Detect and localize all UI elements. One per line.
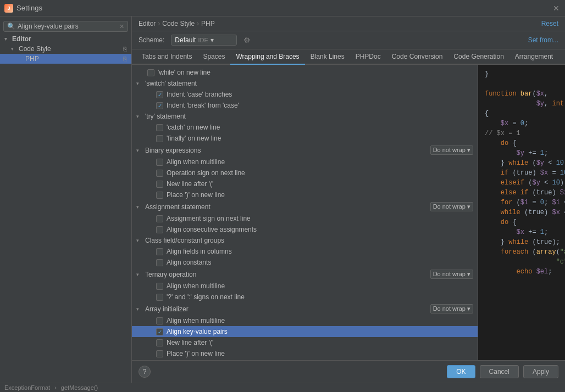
checkbox-align-constants[interactable]: [156, 259, 163, 266]
setting-ternary-signs-next-line[interactable]: '?' and ':' signs on next line: [132, 292, 478, 303]
close-button[interactable]: ✕: [552, 4, 561, 13]
setting-assign-sign-next-line[interactable]: Assignment sign on next line: [132, 213, 478, 224]
sidebar-item-code-style[interactable]: ▾ Code Style ⎘: [0, 44, 131, 54]
label-switch: 'switch' statement: [145, 80, 197, 87]
checkbox-binary-align-multiline[interactable]: [156, 159, 163, 166]
setting-binary-align-multiline[interactable]: Align when multiline: [132, 156, 478, 167]
tab-code-generation[interactable]: Code Generation: [448, 49, 509, 65]
gear-icon[interactable]: ⚙: [243, 36, 251, 44]
setting-finally-new-line[interactable]: 'finally' on new line: [132, 133, 478, 144]
checkbox-align-key-value[interactable]: ✓: [156, 328, 163, 335]
checkbox-while-new-line[interactable]: [147, 69, 154, 76]
setting-binary-new-line-after-paren[interactable]: New line after '(': [132, 178, 478, 189]
group-try-statement[interactable]: ▾ 'try' statement: [132, 111, 478, 122]
code-line: $x += 1;: [485, 227, 558, 237]
code-line: $y, int $z = 1): [485, 99, 558, 109]
checkbox-align-fields-columns[interactable]: [156, 248, 163, 255]
code-line: $y += 1;: [485, 148, 558, 158]
right-panel: Editor › Code Style › PHP Reset Scheme: …: [132, 16, 565, 383]
arrow-assignment: ▾: [136, 204, 143, 210]
label-catch-new-line: 'catch' on new line: [167, 124, 220, 131]
reset-button[interactable]: Reset: [541, 20, 558, 27]
setting-array-align-multiline[interactable]: Align when multiline: [132, 315, 478, 326]
sidebar-label-editor: Editor: [12, 35, 31, 43]
checkbox-finally-new-line[interactable]: [156, 135, 163, 142]
tab-code-conversion[interactable]: Code Conversion: [386, 49, 448, 65]
help-button[interactable]: ?: [139, 366, 151, 378]
dropdown-binary[interactable]: Do not wrap ▾: [430, 145, 473, 155]
tab-blank-lines[interactable]: Blank Lines: [305, 49, 350, 65]
group-assignment[interactable]: ▾ Assignment statement Do not wrap ▾: [132, 200, 478, 213]
copy-icon-php[interactable]: ⎘: [123, 55, 127, 62]
search-input[interactable]: [18, 23, 117, 30]
checkbox-op-sign[interactable]: [156, 170, 163, 177]
search-icon: 🔍: [7, 23, 15, 30]
setting-while-new-line[interactable]: 'while' on new line: [132, 67, 478, 78]
status-get-message: getMessage(): [61, 384, 98, 391]
scheme-dropdown[interactable]: Default IDE ▾: [171, 35, 237, 46]
checkbox-indent-break[interactable]: ✓: [156, 102, 163, 109]
code-line: {: [485, 109, 558, 119]
checkbox-align-consecutive[interactable]: [156, 226, 163, 233]
tab-wrapping-and-braces[interactable]: Wrapping and Braces: [230, 49, 304, 65]
dropdown-ternary[interactable]: Do not wrap ▾: [430, 270, 473, 279]
checkbox-ternary-align-multiline[interactable]: [156, 283, 163, 290]
group-binary-expr[interactable]: ▾ Binary expressions Do not wrap ▾: [132, 144, 478, 156]
app-icon: J: [4, 4, 13, 13]
label-binary: Binary expressions: [145, 147, 201, 154]
setting-align-consecutive-assignments[interactable]: Align consecutive assignments: [132, 224, 478, 235]
label-ternary-align-multiline: Align when multiline: [167, 282, 225, 290]
checkbox-binary-new-line-paren[interactable]: [156, 181, 163, 188]
setting-indent-case[interactable]: ✓ Indent 'case' branches: [132, 89, 478, 100]
tab-spaces[interactable]: Spaces: [197, 49, 230, 65]
tab-phpdoc[interactable]: PHPDoc: [350, 49, 386, 65]
checkbox-indent-case[interactable]: ✓: [156, 91, 163, 98]
checkbox-ternary-signs[interactable]: [156, 294, 163, 301]
sidebar-label-php: PHP: [25, 55, 39, 63]
arrow-ternary: ▾: [136, 272, 143, 277]
setting-array-new-line-after-paren[interactable]: New line after '(': [132, 337, 478, 348]
setting-op-sign-next-line[interactable]: Operation sign on next line: [132, 167, 478, 178]
status-sep: ›: [54, 384, 57, 391]
group-class-fields[interactable]: ▾ Class field/constant groups: [132, 235, 478, 246]
breadcrumb-bar: Editor › Code Style › PHP Reset: [132, 16, 565, 31]
apply-button[interactable]: Apply: [523, 365, 558, 378]
sidebar-item-php[interactable]: PHP ⎘: [0, 54, 131, 64]
setting-align-constants[interactable]: Align constants: [132, 257, 478, 268]
setting-array-close-paren[interactable]: Place ')' on new line: [132, 348, 478, 359]
label-array-new-line-paren: New line after '(': [167, 339, 213, 346]
setting-binary-close-paren[interactable]: Place ')' on new line: [132, 189, 478, 200]
setting-catch-new-line[interactable]: 'catch' on new line: [132, 122, 478, 133]
sidebar-label-code-style: Code Style: [19, 45, 51, 53]
setting-align-fields-columns[interactable]: Align fields in columns: [132, 246, 478, 257]
label-indent-case: Indent 'case' branches: [167, 91, 232, 98]
group-array-initializer[interactable]: ▾ Array initializer Do not wrap ▾: [132, 303, 478, 315]
ok-button[interactable]: OK: [447, 365, 475, 378]
label-align-consecutive: Align consecutive assignments: [167, 226, 257, 233]
dropdown-assignment[interactable]: Do not wrap ▾: [430, 202, 473, 211]
checkbox-binary-close-paren[interactable]: [156, 192, 163, 199]
copy-icon-code-style[interactable]: ⎘: [123, 46, 127, 52]
cancel-button[interactable]: Cancel: [480, 365, 519, 378]
checkbox-array-align-multiline[interactable]: [156, 317, 163, 324]
search-clear-icon[interactable]: ✕: [119, 23, 124, 30]
tab-arrangement[interactable]: Arrangement: [509, 49, 558, 65]
set-from-link[interactable]: Set from...: [528, 36, 558, 44]
group-switch-statement[interactable]: ▾ 'switch' statement: [132, 78, 478, 89]
setting-align-key-value-pairs[interactable]: ✓ Align key-value pairs: [132, 326, 478, 337]
setting-indent-break[interactable]: ✓ Indent 'break' from 'case': [132, 100, 478, 111]
sidebar-item-editor[interactable]: ▾ Editor: [0, 34, 131, 44]
tabs-bar: Tabs and Indents Spaces Wrapping and Bra…: [132, 49, 565, 65]
code-line: "c" => 2) as $el) {: [485, 257, 558, 267]
group-ternary[interactable]: ▾ Ternary operation Do not wrap ▾: [132, 268, 478, 281]
tab-tabs-and-indents[interactable]: Tabs and Indents: [136, 49, 197, 65]
dropdown-array[interactable]: Do not wrap ▾: [430, 304, 473, 313]
checkbox-array-new-line-paren[interactable]: [156, 339, 163, 346]
checkbox-array-close-paren[interactable]: [156, 350, 163, 357]
checkbox-catch-new-line[interactable]: [156, 124, 163, 131]
setting-ternary-align-multiline[interactable]: Align when multiline: [132, 281, 478, 292]
arrow-try: ▾: [136, 114, 143, 119]
checkbox-assign-sign[interactable]: [156, 215, 163, 222]
code-line: do {: [485, 217, 558, 227]
search-bar[interactable]: 🔍 ✕: [3, 21, 128, 32]
